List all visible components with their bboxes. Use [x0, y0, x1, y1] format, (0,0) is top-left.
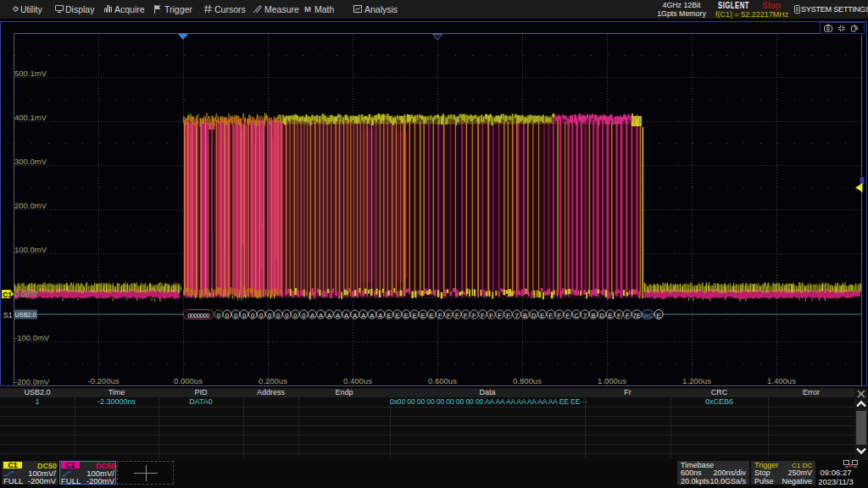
svg-text:0: 0 [225, 312, 229, 319]
svg-text:0: 0 [259, 312, 263, 319]
svg-text:0.600us: 0.600us [428, 376, 457, 385]
svg-text:A: A [361, 312, 365, 319]
svg-text:E: E [421, 312, 426, 319]
svg-text:USB2.0: USB2.0 [15, 311, 36, 319]
svg-text:E: E [387, 312, 391, 319]
svg-text:1.400us: 1.400us [767, 376, 796, 385]
svg-text:E: E [657, 312, 661, 319]
svg-text:F: F [498, 312, 502, 319]
svg-text:0000000: 0000000 [187, 312, 209, 319]
svg-text:F: F [506, 312, 510, 319]
svg-text:E: E [395, 312, 399, 319]
svg-text:E: E [403, 312, 408, 319]
svg-text:E: E [540, 312, 544, 319]
svg-text:400.1mV: 400.1mV [14, 113, 47, 122]
svg-text:F: F [617, 312, 621, 319]
svg-text:7: 7 [583, 312, 587, 319]
svg-text:0.200us: 0.200us [259, 376, 287, 385]
svg-text:F: F [558, 312, 562, 319]
svg-text:S1: S1 [3, 311, 13, 319]
svg-text:F: F [566, 312, 570, 319]
svg-text:C: C [574, 312, 579, 319]
svg-text:0: 0 [268, 312, 271, 319]
svg-text:E: E [430, 312, 434, 319]
svg-text:E: E [609, 312, 613, 319]
svg-text:A: A [319, 312, 323, 319]
svg-text:0.000us: 0.000us [174, 376, 203, 385]
svg-text:0: 0 [251, 312, 254, 319]
svg-text:100.0mV: 100.0mV [14, 245, 47, 254]
svg-text:F: F [489, 312, 493, 319]
svg-text:F: F [455, 312, 459, 319]
svg-text:-0.200us: -0.200us [88, 376, 120, 385]
svg-text:D: D [531, 312, 537, 319]
svg-text:0: 0 [234, 312, 237, 319]
svg-text:0.800us: 0.800us [513, 376, 542, 385]
svg-text:-200.0mV: -200.0mV [14, 377, 50, 386]
svg-text:D: D [599, 312, 604, 319]
svg-text:300.0mV: 300.0mV [14, 157, 47, 166]
svg-text:500.1mV: 500.1mV [14, 69, 47, 78]
svg-text:A: A [310, 312, 314, 319]
svg-text:B: B [523, 312, 527, 319]
svg-text:A: A [370, 312, 374, 319]
svg-text:C1: C1 [3, 291, 12, 299]
svg-text:1.200us: 1.200us [682, 376, 711, 385]
svg-text:E: E [412, 312, 416, 319]
svg-text:F: F [481, 312, 485, 319]
svg-text:A: A [336, 312, 340, 319]
svg-text:F: F [472, 312, 476, 319]
svg-text:0: 0 [242, 312, 246, 319]
svg-text:0: 0 [285, 312, 288, 319]
svg-text:F: F [447, 312, 451, 319]
svg-text:0.0mV: 0.0mV [14, 291, 36, 299]
svg-text:0: 0 [276, 312, 280, 319]
svg-text:F: F [549, 312, 554, 319]
svg-text:A: A [353, 312, 357, 319]
svg-text:0: 0 [217, 312, 220, 319]
svg-text:F: F [626, 312, 630, 319]
svg-text:0: 0 [302, 312, 305, 319]
svg-text:F: F [438, 312, 442, 319]
svg-text:0.400us: 0.400us [343, 376, 372, 385]
svg-text:A: A [344, 312, 348, 319]
svg-text:F: F [464, 312, 468, 319]
svg-text:7: 7 [515, 312, 519, 319]
svg-text:1.000us: 1.000us [598, 376, 626, 385]
svg-text:0xC: 0xC [643, 312, 654, 319]
svg-text:0: 0 [293, 312, 297, 319]
svg-text:A: A [327, 312, 331, 319]
svg-text:-100.0mV: -100.0mV [14, 333, 50, 342]
svg-text:B: B [591, 312, 595, 319]
svg-text:7E: 7E [633, 312, 641, 319]
svg-text:200.0mV: 200.0mV [14, 201, 47, 210]
svg-text:A: A [378, 312, 382, 319]
